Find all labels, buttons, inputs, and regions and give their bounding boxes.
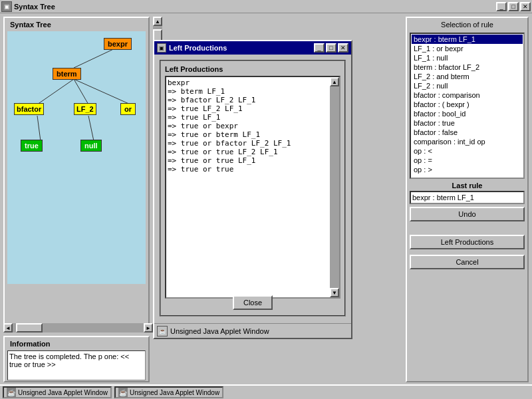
node-bexpr: bexpr bbox=[104, 38, 132, 50]
maximize-button[interactable]: □ bbox=[508, 2, 519, 11]
node-null: null bbox=[80, 140, 102, 152]
syntax-tree-title: Syntax Tree bbox=[10, 21, 143, 29]
minimize-button[interactable]: _ bbox=[496, 2, 507, 11]
rule-item-6[interactable]: bfactor : comparison bbox=[412, 90, 523, 100]
applet-label: Unsigned Java Applet Window bbox=[170, 327, 269, 335]
node-bfactor: bfactor bbox=[14, 103, 44, 115]
rule-item-10[interactable]: bfactor : false bbox=[412, 128, 523, 137]
node-or: or bbox=[120, 103, 136, 115]
dialog-win-buttons: _ □ ✕ bbox=[314, 43, 348, 53]
taskbar-item-2-label: Unsigned Java Applet Window bbox=[130, 389, 219, 396]
app-title: Syntax Tree bbox=[14, 3, 55, 11]
last-rule-section: Last rule bexpr : bterm LF_1 bbox=[410, 182, 525, 204]
last-rule-value: bexpr : bterm LF_1 bbox=[410, 191, 525, 204]
dialog-scrollbar[interactable]: ▲ ▼ bbox=[330, 77, 339, 297]
dlg-scroll-track bbox=[330, 86, 339, 288]
rule-item-3[interactable]: bterm : bfactor LF_2 bbox=[412, 63, 523, 72]
taskbar-bottom: ☕ Unsigned Java Applet Window ☕ Unsigned… bbox=[0, 384, 532, 399]
svg-line-5 bbox=[88, 116, 94, 141]
dialog-content: Left Productions ▲ ▼ Close bbox=[160, 60, 346, 317]
horiz-scroll-thumb[interactable] bbox=[16, 323, 43, 332]
rule-item-8[interactable]: bfactor : bool_id bbox=[412, 109, 523, 118]
rule-item-4[interactable]: LF_2 : and bterm bbox=[412, 72, 523, 81]
cancel-button[interactable]: Cancel bbox=[410, 255, 525, 269]
node-lf2: LF_2 bbox=[74, 103, 96, 115]
main-titlebar: ▣ Syntax Tree _ □ ✕ bbox=[0, 0, 532, 13]
scroll-right-btn[interactable]: ► bbox=[144, 323, 153, 332]
selection-title: Selection of rule bbox=[407, 18, 527, 31]
dialog-productions-textarea[interactable] bbox=[166, 77, 330, 297]
info-text: The tree is completed. The p one: << tru… bbox=[7, 350, 146, 380]
close-button[interactable]: ✕ bbox=[520, 2, 531, 11]
svg-line-2 bbox=[74, 79, 88, 104]
taskbar-item-1[interactable]: ☕ Unsigned Java Applet Window bbox=[3, 386, 112, 398]
taskbar-item-2[interactable]: ☕ Unsigned Java Applet Window bbox=[114, 386, 223, 398]
right-panel: Selection of rule bexpr : bterm LF_1LF_1… bbox=[406, 17, 529, 382]
horiz-scrollbar[interactable]: ◄ ► bbox=[3, 323, 153, 332]
scroll-left-btn[interactable]: ◄ bbox=[3, 323, 13, 332]
taskbar-icon-1: ☕ bbox=[7, 388, 16, 397]
rule-item-1[interactable]: LF_1 : or bexpr bbox=[412, 44, 523, 53]
rule-item-2[interactable]: LF_1 : null bbox=[412, 53, 523, 63]
scroll-up-btn[interactable]: ▲ bbox=[153, 17, 162, 26]
dialog-icon: ▣ bbox=[157, 43, 166, 53]
node-true: true bbox=[21, 140, 43, 152]
rule-item-9[interactable]: bfactor : true bbox=[412, 118, 523, 128]
dialog-textarea-wrapper: ▲ ▼ bbox=[165, 76, 340, 299]
info-panel: Information The tree is completed. The p… bbox=[3, 336, 150, 382]
dlg-scroll-down[interactable]: ▼ bbox=[330, 288, 339, 297]
node-bterm: bterm bbox=[53, 68, 81, 80]
info-title: Information bbox=[10, 340, 143, 348]
syntax-tree-canvas: bexpr bterm bfactor LF_2 or true null bbox=[7, 31, 146, 284]
undo-button[interactable]: Undo bbox=[410, 207, 525, 221]
rule-list[interactable]: bexpr : bterm LF_1LF_1 : or bexprLF_1 : … bbox=[410, 33, 525, 179]
app-icon: ▣ bbox=[1, 1, 12, 12]
rule-item-7[interactable]: bfactor : ( bexpr ) bbox=[412, 100, 523, 109]
svg-line-1 bbox=[37, 79, 74, 104]
syntax-tree-panel: Syntax Tree bexpr bterm bfactor LF_2 bbox=[3, 17, 150, 332]
rule-item-0[interactable]: bexpr : bterm LF_1 bbox=[412, 35, 523, 44]
dialog-group-title: Left Productions bbox=[165, 65, 340, 73]
dlg-scroll-up[interactable]: ▲ bbox=[330, 77, 339, 86]
rule-item-12[interactable]: op : < bbox=[412, 146, 523, 156]
dialog-maximize-btn[interactable]: □ bbox=[326, 43, 336, 53]
dialog-close-button[interactable]: Close bbox=[233, 295, 273, 310]
dialog-title: Left Productions bbox=[169, 44, 314, 52]
rule-item-13[interactable]: op : = bbox=[412, 156, 523, 165]
dialog-close-btn[interactable]: ✕ bbox=[338, 43, 348, 53]
svg-line-4 bbox=[37, 116, 41, 141]
horiz-scroll-track bbox=[13, 323, 144, 332]
java-icon: ☕ bbox=[157, 326, 168, 336]
taskbar-item-1-label: Unsigned Java Applet Window bbox=[18, 389, 108, 396]
left-productions-dialog: ▣ Left Productions _ □ ✕ Left Production… bbox=[153, 40, 352, 339]
dialog-titlebar: ▣ Left Productions _ □ ✕ bbox=[154, 41, 351, 55]
applet-label-bar: ☕ Unsigned Java Applet Window bbox=[154, 323, 351, 338]
dialog-minimize-btn[interactable]: _ bbox=[314, 43, 325, 53]
svg-line-3 bbox=[74, 79, 130, 104]
main-window: Syntax Tree bexpr bterm bfactor LF_2 bbox=[0, 13, 532, 386]
rule-item-14[interactable]: op : > bbox=[412, 165, 523, 174]
left-productions-button[interactable]: Left Productions bbox=[410, 235, 525, 249]
rule-item-11[interactable]: comparison : int_id op bbox=[412, 137, 523, 146]
taskbar-icon-2: ☕ bbox=[118, 388, 128, 397]
rule-item-5[interactable]: LF_2 : null bbox=[412, 81, 523, 90]
last-rule-label: Last rule bbox=[410, 182, 525, 190]
